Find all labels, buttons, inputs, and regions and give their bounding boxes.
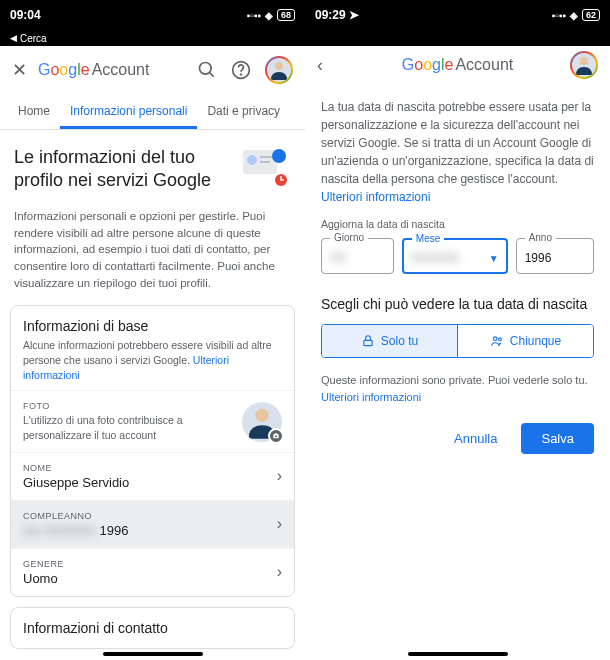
people-icon — [490, 334, 504, 348]
signal-icon: ▪▫▪▪ — [552, 10, 566, 21]
svg-point-12 — [493, 337, 497, 341]
help-icon[interactable] — [231, 60, 251, 80]
wifi-icon: ◈ — [265, 10, 273, 21]
close-icon[interactable]: ✕ — [12, 59, 30, 81]
ios-back-search[interactable]: ◀ Cerca — [0, 30, 305, 46]
back-icon[interactable]: ‹ — [317, 55, 335, 76]
row-photo[interactable]: FOTO L'utilizzo di una foto contribuisce… — [11, 390, 294, 451]
month-field[interactable]: Mese XXXXXX ▼ — [402, 238, 508, 274]
google-logo: GoogleAccount — [38, 61, 149, 79]
chevron-right-icon: › — [277, 467, 282, 485]
svg-point-13 — [498, 338, 501, 341]
date-fields: Giorno XX Mese XXXXXX ▼ Anno 1996 — [321, 238, 594, 274]
basic-info-card: Informazioni di base Alcune informazioni… — [10, 305, 295, 596]
svg-rect-7 — [260, 161, 270, 163]
avatar[interactable] — [570, 51, 598, 79]
tab-home[interactable]: Home — [8, 94, 60, 129]
card-title: Informazioni di base — [23, 318, 282, 334]
cancel-button[interactable]: Annulla — [440, 423, 511, 454]
app-header: ✕ GoogleAccount — [0, 46, 305, 94]
chevron-right-icon: › — [277, 563, 282, 581]
screen-personal-info: 09:04 ▪▫▪▪ ◈ 68 ◀ Cerca ✕ GoogleAccount … — [0, 0, 305, 660]
google-logo: GoogleAccount — [402, 56, 513, 74]
camera-icon — [268, 428, 284, 444]
visibility-toggle: Solo tu Chiunque — [321, 324, 594, 358]
contact-info-card: Informazioni di contatto — [10, 607, 295, 649]
app-header: ‹ GoogleAccount — [305, 46, 610, 84]
svg-point-8 — [272, 149, 286, 163]
main-content: La tua data di nascita potrebbe essere u… — [305, 84, 610, 468]
location-icon: ➤ — [349, 8, 359, 22]
screen-birthday-edit: 09:29 ➤ ▪▫▪▪ ◈ 62 ‹ GoogleAccount La tua… — [305, 0, 610, 660]
main-content: Le informazioni del tuo profilo nei serv… — [0, 130, 305, 660]
avatar[interactable] — [265, 56, 293, 84]
year-field[interactable]: Anno 1996 — [516, 238, 594, 274]
svg-rect-11 — [364, 340, 372, 345]
page-title: Le informazioni del tuo profilo nei serv… — [14, 146, 227, 193]
action-buttons: Annulla Salva — [321, 423, 594, 454]
card-title: Informazioni di contatto — [23, 620, 282, 636]
tab-privacy[interactable]: Dati e privacy — [197, 94, 290, 129]
status-bar: 09:04 ▪▫▪▪ ◈ 68 — [0, 0, 305, 30]
wifi-icon: ◈ — [570, 10, 578, 21]
privacy-note: Queste informazioni sono private. Puoi v… — [321, 372, 594, 405]
battery-icon: 62 — [582, 9, 600, 21]
more-info-link[interactable]: Ulteriori informazioni — [321, 391, 421, 403]
svg-point-5 — [247, 155, 257, 165]
page-description: Informazioni personali e opzioni per ges… — [0, 208, 305, 305]
profile-photo — [242, 402, 282, 442]
only-you-button[interactable]: Solo tu — [322, 325, 457, 357]
status-bar: 09:29 ➤ ▪▫▪▪ ◈ 62 — [305, 0, 610, 30]
row-name[interactable]: NOME Giuseppe Servidio › — [11, 452, 294, 500]
svg-rect-6 — [260, 156, 273, 158]
chevron-down-icon: ▼ — [489, 253, 499, 264]
svg-point-3 — [241, 74, 242, 75]
visibility-heading: Scegli chi può vedere la tua data di nas… — [321, 296, 594, 312]
description: La tua data di nascita potrebbe essere u… — [321, 98, 594, 206]
status-time: 09:29 ➤ — [315, 8, 359, 22]
update-label: Aggiorna la data di nascita — [321, 218, 594, 230]
card-subtitle: Alcune informazioni potrebbero essere vi… — [23, 338, 282, 382]
svg-line-1 — [210, 73, 214, 77]
search-icon[interactable] — [197, 60, 217, 80]
more-info-link[interactable]: Ulteriori informazioni — [321, 190, 430, 204]
save-button[interactable]: Salva — [521, 423, 594, 454]
row-birthday[interactable]: COMPLEANNO XX XXXXXX 1996 › — [11, 500, 294, 548]
home-indicator[interactable] — [408, 652, 508, 656]
tab-personal-info[interactable]: Informazioni personali — [60, 94, 197, 129]
row-gender[interactable]: GENERE Uomo › — [11, 548, 294, 596]
chevron-left-icon: ◀ — [10, 33, 17, 43]
battery-icon: 68 — [277, 9, 295, 21]
status-time: 09:04 — [10, 8, 41, 22]
home-indicator[interactable] — [103, 652, 203, 656]
svg-point-10 — [275, 435, 277, 437]
lock-icon — [361, 334, 375, 348]
everyone-button[interactable]: Chiunque — [457, 325, 593, 357]
tabs: Home Informazioni personali Dati e priva… — [0, 94, 305, 130]
signal-icon: ▪▫▪▪ — [247, 10, 261, 21]
svg-point-0 — [200, 63, 212, 75]
day-field[interactable]: Giorno XX — [321, 238, 394, 274]
profile-illustration — [237, 146, 291, 196]
chevron-right-icon: › — [277, 515, 282, 533]
